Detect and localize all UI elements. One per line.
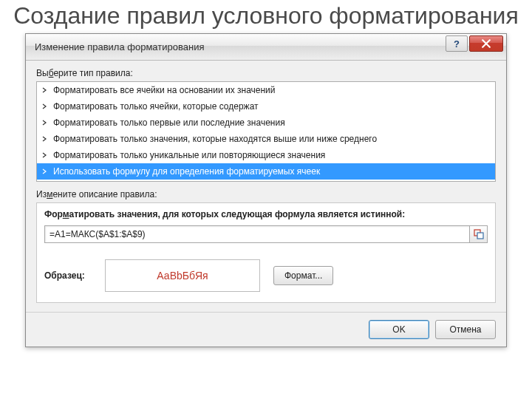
rule-type-label: Форматировать только ячейки, которые сод… [53,101,259,112]
ok-button[interactable]: OK [369,320,429,339]
bullet-arrow-icon [41,120,49,126]
range-picker-icon [474,229,484,239]
rule-type-item[interactable]: Форматировать только первые или последни… [37,115,495,131]
rule-type-label: Форматировать все ячейки на основании их… [53,85,276,95]
rule-type-item-selected[interactable]: Использовать формулу для определения фор… [37,163,495,180]
rule-type-label: Использовать формулу для определения фор… [53,166,320,177]
rule-type-label: Форматировать только уникальные или повт… [53,150,325,160]
close-button[interactable] [469,35,503,52]
formula-row [44,225,488,243]
rule-type-list[interactable]: Форматировать все ячейки на основании их… [36,81,496,182]
cancel-button[interactable]: Отмена [435,320,496,339]
select-rule-type-label: Выберите тип правила: [36,68,496,78]
rule-description-panel: Форматировать значения, для которых след… [36,202,496,303]
rule-type-label: Форматировать только значения, которые н… [53,134,377,144]
format-button[interactable]: Формат... [273,266,333,285]
rule-type-label: Форматировать только первые или последни… [53,117,285,128]
range-picker-button[interactable] [470,225,488,243]
help-button[interactable]: ? [446,35,468,52]
formula-heading: Форматировать значения, для которых след… [44,209,488,219]
close-icon [482,39,491,48]
format-preview: АаBbБбЯя [105,259,260,292]
dialog-body: Выберите тип правила: Форматировать все … [26,61,506,312]
dialog-title: Изменение правила форматирования [35,41,204,52]
bullet-arrow-icon [41,152,49,158]
help-icon: ? [454,38,460,50]
dialog-edit-formatting-rule: Изменение правила форматирования ? Выбер… [25,33,507,347]
svg-rect-1 [477,233,483,239]
dialog-button-bar: OK Отмена [26,312,506,347]
preview-label: Образец: [44,270,92,281]
preview-text: АаBbБбЯя [157,270,208,282]
edit-description-label: Измените описание правила: [36,189,496,200]
slide-title: Создание правил условного форматирования [0,0,532,33]
preview-row: Образец: АаBbБбЯя Формат... [44,259,488,292]
titlebar: Изменение правила форматирования ? [26,34,506,61]
rule-type-item[interactable]: Форматировать только ячейки, которые сод… [37,98,495,115]
bullet-arrow-icon [41,168,49,174]
bullet-arrow-icon [41,87,49,93]
formula-input[interactable] [44,225,470,243]
window-controls: ? [446,35,503,52]
rule-type-item[interactable]: Форматировать все ячейки на основании их… [37,82,495,98]
rule-type-item[interactable]: Форматировать только значения, которые н… [37,131,495,147]
rule-type-item[interactable]: Форматировать только уникальные или повт… [37,147,495,163]
bullet-arrow-icon [41,136,49,142]
bullet-arrow-icon [41,103,49,109]
